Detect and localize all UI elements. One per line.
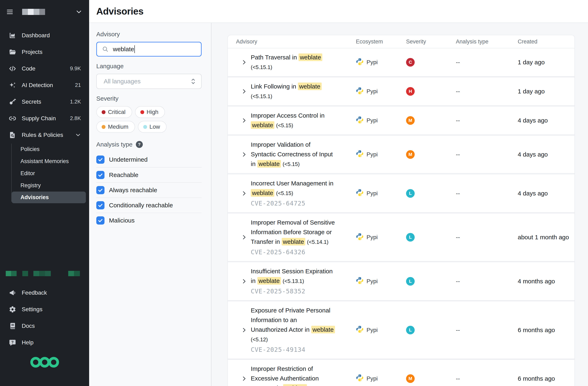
table-row[interactable]: Incorrect User Management inweblate (<5.… <box>228 173 574 212</box>
severity-badge: H <box>406 87 415 96</box>
table-row[interactable]: Improper Access Control inweblate (<5.15… <box>228 105 574 134</box>
ecosystem-cell: Pypi <box>356 87 406 96</box>
created-value: 1 day ago <box>518 88 566 95</box>
redacted-usage-text <box>6 271 85 276</box>
sidebar-item-dashboard[interactable]: Dashboard <box>0 27 89 44</box>
dashboard-chart-icon <box>9 32 16 39</box>
column-header-severity: Severity <box>406 39 456 45</box>
sidebar-item-label: Settings <box>22 306 42 313</box>
table-row[interactable]: Improper Restriction ofExcessive Authent… <box>228 359 574 386</box>
sidebar-item-policies[interactable]: Policies <box>0 143 89 155</box>
advisory-title[interactable]: Insufficient Session Expirationin weblat… <box>251 266 333 286</box>
advisory-text: Incorrect User Management inweblate (<5.… <box>251 178 334 208</box>
sidebar-item-supply-chain[interactable]: Supply Chain 2.8K <box>0 110 89 127</box>
sidebar-item-help[interactable]: ? Help <box>0 334 89 351</box>
table-row[interactable]: Insufficient Session Expirationin weblat… <box>228 261 574 300</box>
created-value: about 1 month ago <box>518 234 569 241</box>
expand-chevron-right-icon[interactable] <box>236 88 251 94</box>
ecosystem-cell: Pypi <box>356 150 406 159</box>
analysis-option-row: Malicious <box>96 213 202 228</box>
expand-chevron-right-icon[interactable] <box>236 117 251 124</box>
sidebar-item-feedback[interactable]: Feedback <box>0 284 89 301</box>
chevron-down-icon[interactable] <box>75 132 81 138</box>
sidebar-item-registry[interactable]: Registry <box>0 179 89 192</box>
search-value: weblate <box>113 46 134 53</box>
checkbox-label: Conditionally reachable <box>109 202 173 209</box>
severity-pill-critical[interactable]: Critical <box>96 106 132 118</box>
advisory-text: Improper Removal of SensitiveInformation… <box>251 217 335 257</box>
page-header: Advisories <box>89 0 588 23</box>
sidebar-item-editor[interactable]: Editor <box>0 167 89 179</box>
advisory-title[interactable]: Improper Access Control inweblate (<5.15… <box>251 111 325 130</box>
org-switcher-chevron-down-icon[interactable] <box>76 9 82 15</box>
advisory-search-input[interactable]: weblate <box>96 42 202 57</box>
severity-cell: M <box>406 374 456 383</box>
table-row[interactable]: Path Traversal in weblate(<5.15.1) Pypi … <box>228 48 574 76</box>
ecosystem-cell: Pypi <box>356 189 406 198</box>
expand-chevron-right-icon[interactable] <box>236 278 251 284</box>
severity-cell: L <box>406 233 456 241</box>
table-row[interactable]: Improper Removal of SensitiveInformation… <box>228 212 574 261</box>
expand-chevron-right-icon[interactable] <box>236 234 251 240</box>
megaphone-icon <box>9 289 16 297</box>
sidebar-item-code[interactable]: Code 9.9K <box>0 60 89 77</box>
sidebar-item-label: Dashboard <box>22 32 50 39</box>
checkbox-always-reachable[interactable] <box>96 186 105 194</box>
expand-chevron-right-icon[interactable] <box>236 190 251 196</box>
sidebar-item-docs[interactable]: Docs <box>0 318 89 334</box>
expand-chevron-right-icon[interactable] <box>236 151 251 158</box>
language-filter-label: Language <box>96 63 202 70</box>
ecosystem-label: Pypi <box>367 88 378 95</box>
advisory-title[interactable]: Incorrect User Management inweblate (<5.… <box>251 178 334 198</box>
advisory-title[interactable]: Exposure of Private PersonalInformation … <box>251 305 335 344</box>
sidebar-item-label: AI Detection <box>22 82 53 88</box>
sidebar-header <box>0 0 89 17</box>
language-select[interactable]: All languages <box>96 74 202 89</box>
sidebar-item-ai-detection[interactable]: AI Detection 21 <box>0 77 89 93</box>
checkbox-conditionally-reachable[interactable] <box>96 201 105 209</box>
table-row[interactable]: Improper Validation ofSyntactic Correctn… <box>228 134 574 173</box>
table-body: Path Traversal in weblate(<5.15.1) Pypi … <box>228 48 574 386</box>
sidebar-item-rules-policies[interactable]: Rules & Policies <box>0 127 89 143</box>
file-search-icon <box>9 131 16 139</box>
sidebar-item-count: 9.9K <box>70 65 81 72</box>
created-value: 4 days ago <box>518 151 566 158</box>
severity-dot <box>102 110 105 114</box>
severity-badge: L <box>406 277 415 286</box>
checkbox-undetermined[interactable] <box>96 155 105 164</box>
sidebar-item-secrets[interactable]: Secrets 1.2K <box>0 93 89 110</box>
advisory-title[interactable]: Path Traversal in weblate(<5.15.1) <box>251 52 322 72</box>
ecosystem-cell: Pypi <box>356 116 406 125</box>
advisory-title[interactable]: Improper Restriction ofExcessive Authent… <box>251 364 326 386</box>
checkbox-malicious[interactable] <box>96 216 105 225</box>
search-icon <box>102 46 109 53</box>
sidebar-item-advisories[interactable]: Advisories <box>12 192 86 203</box>
advisory-text: Insufficient Session Expirationin weblat… <box>251 266 333 296</box>
question-circle-icon[interactable]: ? <box>136 141 143 148</box>
sidebar-item-projects[interactable]: Projects <box>0 44 89 60</box>
severity-badge: M <box>406 150 415 159</box>
sidebar-item-label: Secrets <box>22 99 41 105</box>
expand-chevron-right-icon[interactable] <box>236 59 251 65</box>
advisory-cve: CVE-2025-64326 <box>251 247 335 257</box>
main-area: Advisories Advisory weblate Language All… <box>89 0 588 386</box>
expand-chevron-right-icon[interactable] <box>236 376 251 382</box>
advisory-title[interactable]: Improper Validation ofSyntactic Correctn… <box>251 140 333 169</box>
hamburger-icon[interactable] <box>6 8 14 16</box>
sidebar-item-assistant-memories[interactable]: Assistant Memories <box>0 155 89 167</box>
severity-pill-high[interactable]: High <box>135 106 165 118</box>
table-row[interactable]: Exposure of Private PersonalInformation … <box>228 300 574 359</box>
severity-pill-low[interactable]: Low <box>138 121 167 133</box>
table-row[interactable]: Link Following in weblate(<5.15.1) Pypi … <box>228 76 574 105</box>
checkbox-reachable[interactable] <box>96 171 105 179</box>
severity-cell: M <box>406 116 456 125</box>
severity-pill-medium[interactable]: Medium <box>96 121 135 133</box>
advisory-title[interactable]: Link Following in weblate(<5.15.1) <box>251 82 322 101</box>
ecosystem-cell: Pypi <box>356 325 406 335</box>
severity-dot <box>140 110 144 114</box>
three-rings-logo <box>0 357 89 367</box>
advisory-title[interactable]: Improper Removal of SensitiveInformation… <box>251 217 335 247</box>
sidebar-item-settings[interactable]: Settings <box>0 301 89 318</box>
expand-chevron-right-icon[interactable] <box>236 327 251 333</box>
key-icon <box>9 98 16 106</box>
